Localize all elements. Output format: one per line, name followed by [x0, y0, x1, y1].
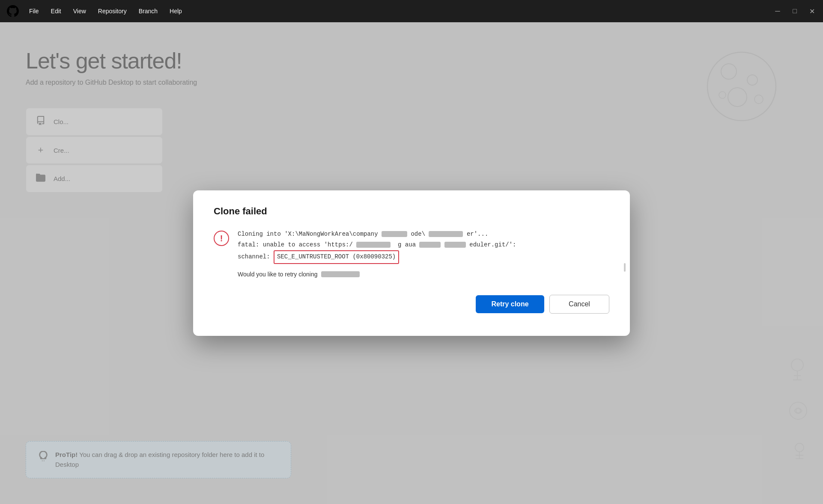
redacted-5	[444, 242, 466, 248]
menu-view[interactable]: View	[68, 6, 91, 16]
modal-footer: Retry clone Cancel	[214, 295, 609, 314]
retry-question: Would you like to retry cloning	[238, 271, 609, 278]
retry-clone-button[interactable]: Retry clone	[476, 295, 544, 313]
github-logo	[7, 5, 19, 17]
redacted-3	[356, 242, 391, 248]
redacted-1	[382, 231, 407, 237]
error-icon: !	[214, 231, 229, 246]
error-line-2: fatal: unable to access 'https:/ g aua e…	[238, 240, 609, 250]
title-bar: File Edit View Repository Branch Help ─ …	[0, 0, 823, 22]
maximize-button[interactable]: □	[790, 7, 799, 15]
redacted-6	[321, 271, 360, 277]
menu-file[interactable]: File	[24, 6, 44, 16]
cancel-button[interactable]: Cancel	[549, 295, 609, 314]
menu-edit[interactable]: Edit	[46, 6, 66, 16]
main-content: Let's get started! Add a repository to G…	[0, 22, 823, 504]
scrollbar	[624, 263, 626, 272]
modal-title: Clone failed	[214, 206, 609, 217]
error-code: SEC_E_UNTRUSTED_ROOT (0x80090325)	[274, 250, 399, 264]
menu-bar: File Edit View Repository Branch Help	[24, 6, 187, 16]
menu-repository[interactable]: Repository	[93, 6, 132, 16]
menu-branch[interactable]: Branch	[134, 6, 163, 16]
redacted-2	[429, 231, 463, 237]
window-controls: ─ □ ✕	[773, 7, 816, 15]
error-message: Cloning into 'X:\MaNongWorkArea\company …	[238, 229, 609, 278]
minimize-button[interactable]: ─	[773, 7, 782, 15]
modal-body: ! Cloning into 'X:\MaNongWorkArea\compan…	[214, 229, 609, 278]
clone-failed-dialog: Clone failed ! Cloning into 'X:\MaNongWo…	[193, 190, 630, 336]
error-line-1: Cloning into 'X:\MaNongWorkArea\company …	[238, 229, 609, 240]
redacted-4	[419, 242, 441, 248]
close-button[interactable]: ✕	[808, 7, 816, 15]
menu-help[interactable]: Help	[164, 6, 187, 16]
error-line-3: schannel: SEC_E_UNTRUSTED_ROOT (0x800903…	[238, 250, 609, 264]
